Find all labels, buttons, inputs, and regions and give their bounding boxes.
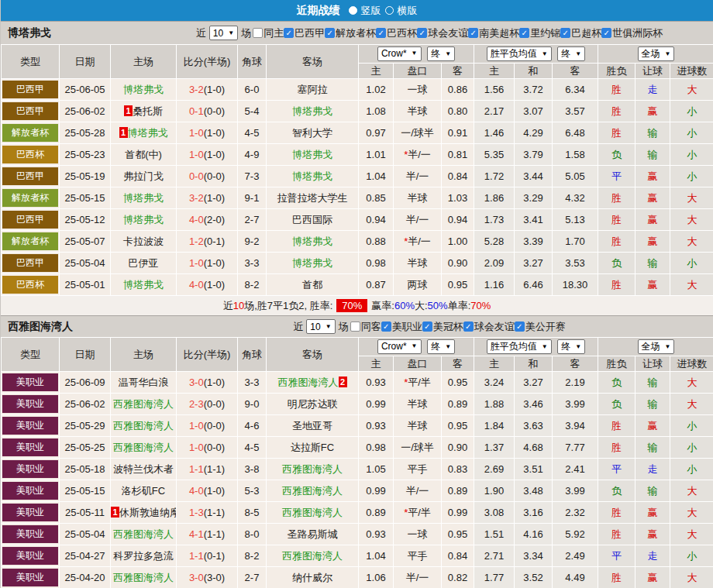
checkbox-competition-3[interactable]: ✓ (376, 28, 386, 38)
league-badge: 巴西甲 (2, 211, 58, 229)
checkbox-competition-1[interactable]: ✓ (284, 28, 294, 38)
europe-away-odds: 6.48 (553, 122, 598, 144)
odds-source-select[interactable]: Crow*▼ (377, 46, 422, 61)
checkbox-competition-7[interactable]: ✓ (560, 28, 570, 38)
checkbox-label: 巴西甲 (294, 26, 325, 40)
league-type-cell: 巴西杯 (2, 144, 60, 166)
match-home-team: 弗拉门戈 (111, 166, 177, 187)
radio-vertical-layout[interactable] (349, 6, 357, 15)
col-date: 日期 (60, 338, 111, 372)
halftime-score: (2-0) (204, 214, 225, 225)
match-away-team: 西雅图海湾人 (267, 502, 359, 524)
final-odds-select2[interactable]: 终▼ (557, 46, 585, 61)
europe-home-odds: 5.28 (474, 231, 515, 253)
league-type-cell: 解放者杯 (2, 122, 60, 144)
checkbox-competition-5[interactable]: ✓ (468, 28, 478, 38)
europe-home-odds: 1.90 (474, 480, 515, 502)
away-team-name: 西雅图海湾人 (282, 507, 343, 518)
asian-away-odds: 0.94 (442, 209, 474, 231)
checkbox-same-venue[interactable] (350, 322, 360, 332)
match-score: 1-0(0-0) (177, 415, 238, 437)
home-team-name: 洛杉矶FC (122, 485, 165, 497)
league-type-cell: 巴西甲 (2, 166, 60, 187)
page-title: 近期战绩 (297, 4, 340, 18)
final-odds-select[interactable]: 终▼ (427, 46, 455, 61)
asian-home-odds: 0.99 (359, 394, 394, 415)
summary-segment: 10 (233, 300, 244, 311)
match-away-team: 圣路易斯城 (267, 524, 359, 545)
halftime-score: (0-0) (204, 442, 225, 453)
table-row: 美职业25-05-29西雅图海湾人1-0(0-0)4-6圣地亚哥0.93半球0.… (2, 415, 713, 437)
match-away-team: 西雅图海湾人 (267, 545, 359, 567)
asian-handicap: 一球 (394, 79, 442, 101)
scope-select[interactable]: 全场▼ (638, 46, 675, 61)
match-home-team: 西雅图海湾人 (111, 524, 177, 545)
summary-segment: 70% (470, 300, 491, 311)
checkbox-same-venue[interactable] (253, 28, 263, 38)
radio-horizontal-layout[interactable] (385, 6, 394, 15)
verdict-handicap: 输 (636, 372, 670, 394)
checkbox-competition-3[interactable]: ✓ (463, 322, 474, 332)
halftime-score: (1-0) (204, 279, 225, 291)
europe-odds-select[interactable]: 胜平负均值▼ (487, 46, 552, 61)
match-score: 4-0(1-0) (177, 274, 238, 296)
europe-away-odds: 1.58 (553, 144, 598, 166)
match-date: 25-05-11 (60, 502, 111, 524)
chevron-down-icon: ▼ (575, 51, 581, 57)
final-odds-select[interactable]: 终▼ (427, 339, 455, 354)
europe-away-odds: 3.53 (553, 253, 598, 274)
away-team-name: 博塔弗戈 (292, 236, 332, 247)
fulltime-score: 1-0 (189, 127, 204, 139)
league-type-cell: 解放者杯 (2, 231, 60, 253)
asian-handicap: 半球 (394, 415, 442, 437)
home-team-name: 博塔弗戈 (123, 214, 164, 225)
checkbox-competition-4[interactable]: ✓ (515, 322, 525, 332)
league-type-cell: 美职业 (2, 459, 60, 480)
match-away-team: 博塔弗戈 (267, 231, 359, 253)
verdict-handicap: 赢 (636, 502, 670, 524)
subcol-europe-draw: 和 (515, 64, 553, 79)
checkbox-competition-2[interactable]: ✓ (325, 28, 335, 38)
checkbox-competition-2[interactable]: ✓ (422, 322, 432, 332)
match-score: 1-3(1-1) (177, 502, 238, 524)
checkbox-competition-1[interactable]: ✓ (381, 322, 391, 332)
match-away-team: 西雅图海湾人2 (267, 372, 359, 394)
checkbox-competition-4[interactable]: ✓ (417, 28, 427, 38)
corner-score: 5-4 (238, 101, 267, 122)
verdict-goals: 大 (670, 567, 713, 588)
chevron-down-icon: ▼ (412, 343, 418, 349)
league-badge: 巴西甲 (2, 81, 58, 98)
scope-select[interactable]: 全场▼ (638, 339, 675, 354)
league-type-cell: 美职业 (2, 524, 60, 545)
corner-score: 9-0 (238, 394, 267, 415)
match-date: 25-05-19 (60, 166, 111, 187)
europe-draw-odds: 4.29 (515, 122, 553, 144)
recent-count-select[interactable]: 10▼ (209, 26, 238, 40)
recent-count-select[interactable]: 10▼ (306, 319, 335, 334)
europe-draw-odds: 6.46 (515, 274, 553, 296)
europe-draw-odds: 3.29 (515, 187, 553, 209)
handicap-star: * (404, 236, 408, 247)
chevron-down-icon: ▼ (445, 344, 451, 350)
verdict-handicap: 赢 (636, 101, 670, 122)
europe-home-odds: 2.71 (474, 545, 515, 567)
odds-source-select[interactable]: Crow*▼ (377, 339, 422, 354)
away-team-name: 西雅图海湾人 (278, 377, 339, 388)
final-odds-select2[interactable]: 终▼ (557, 339, 585, 354)
corner-score: 2-7 (238, 209, 267, 231)
europe-odds-select[interactable]: 胜平负均值▼ (487, 339, 552, 354)
checkbox-competition-8[interactable]: ✓ (601, 28, 611, 38)
subcol-goals: 进球数 (670, 64, 713, 79)
verdict-handicap: 输 (636, 253, 670, 274)
home-team-name: 弗拉门戈 (123, 170, 164, 182)
chevron-down-icon: ▼ (665, 344, 671, 350)
checkbox-competition-6[interactable]: ✓ (519, 28, 529, 38)
match-away-team: 塞阿拉 (267, 79, 359, 101)
europe-away-odds: 18.30 (553, 274, 598, 296)
asian-away-odds: 0.91 (442, 122, 474, 144)
win-rate-badge: 70% (336, 299, 367, 312)
match-score: 4-0(2-0) (177, 209, 238, 231)
match-score: 0-0(0-0) (177, 166, 238, 187)
match-date: 25-05-04 (60, 253, 111, 274)
europe-away-odds: 2.41 (553, 459, 598, 480)
